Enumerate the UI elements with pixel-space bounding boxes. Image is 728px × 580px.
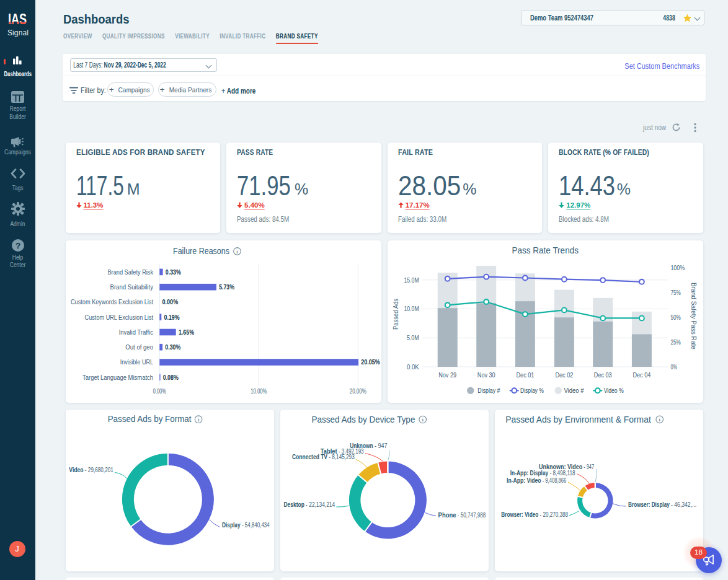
svg-text:20.05%: 20.05% [361,358,380,366]
svg-text:Target Language Mismatch: Target Language Mismatch [82,374,153,381]
svg-text:In-App: Display: In-App: Display [510,469,549,477]
svg-text:Display %: Display % [520,387,544,394]
svg-text:Dec 01: Dec 01 [516,371,534,379]
svg-text:100%: 100% [670,264,685,271]
svg-text:75%: 75% [670,289,680,296]
svg-text:- 29,680,201: - 29,680,201 [83,466,113,473]
svg-text:Invisible URL: Invisible URL [120,358,153,366]
svg-text:i: i [659,416,660,423]
svg-text:0.00%: 0.00% [153,387,166,395]
svg-text:Passed Ads by Environment & Fo: Passed Ads by Environment & Format [505,415,651,424]
svg-text:- 9,408,866: - 9,408,866 [541,477,566,484]
svg-text:Nov 30: Nov 30 [477,371,495,379]
svg-text:Browser: Video: Browser: Video [501,511,538,518]
svg-text:15.0M: 15.0M [404,276,419,284]
svg-text:Brand Safety Pass Rate: Brand Safety Pass Rate [690,283,698,349]
svg-text:10.0M: 10.0M [404,305,419,312]
svg-text:In-App: Video: In-App: Video [507,477,541,484]
svg-text:i: i [236,248,238,255]
svg-text:0.30%: 0.30% [165,343,181,351]
svg-text:0.33%: 0.33% [165,268,181,276]
svg-text:Video %: Video % [603,387,623,394]
svg-text:Pass Rate Trends: Pass Rate Trends [512,245,578,255]
svg-text:Out of geo: Out of geo [125,343,153,351]
svg-text:- 54,840,434: - 54,840,434 [240,521,269,529]
svg-text:Custom Keywords Exclusion List: Custom Keywords Exclusion List [71,298,153,305]
svg-text:Video #: Video # [564,387,584,394]
svg-text:Passed Ads by Device Type: Passed Ads by Device Type [311,415,415,424]
svg-text:i: i [422,416,424,423]
svg-text:Phone: Phone [438,511,456,519]
svg-text:- 8,498,118: - 8,498,118 [548,469,575,477]
svg-text:- 50,747,988: - 50,747,988 [456,511,486,519]
svg-text:0.00%: 0.00% [162,298,178,305]
svg-text:25%: 25% [670,338,680,346]
svg-text:50%: 50% [670,314,680,321]
svg-text:Display: Display [221,521,240,529]
svg-text:- 8,145,293: - 8,145,293 [327,453,355,460]
svg-text:0%: 0% [670,363,677,371]
svg-text:5.0M: 5.0M [407,334,419,341]
svg-text:0.08%: 0.08% [162,374,179,381]
svg-text:Brand Safety Risk: Brand Safety Risk [107,268,153,276]
svg-text:Dec 04: Dec 04 [633,371,650,379]
svg-text:Passed Ads by Format: Passed Ads by Format [107,414,191,424]
svg-text:0.0K: 0.0K [407,363,419,371]
svg-text:- 947: - 947 [373,442,387,449]
svg-text:- 947: - 947 [582,463,594,470]
svg-text:i: i [197,416,199,423]
svg-text:- 22,134,214: - 22,134,214 [304,501,334,508]
svg-text:- 46,342,...: - 46,342,... [669,501,696,508]
svg-text:0.19%: 0.19% [164,314,180,321]
svg-text:Nov 29: Nov 29 [438,371,456,379]
svg-text:Connected TV: Connected TV [292,453,327,460]
svg-text:Desktop: Desktop [283,501,304,508]
svg-text:10.00%: 10.00% [251,387,267,395]
svg-text:Browser: Display: Browser: Display [628,501,670,508]
svg-text:Passed Ads: Passed Ads [392,299,399,330]
svg-text:5.73%: 5.73% [219,283,234,291]
svg-text:Dec 02: Dec 02 [555,371,573,379]
svg-text:?: ? [15,240,20,250]
svg-text:Video: Video [69,466,83,473]
svg-text:1.65%: 1.65% [178,328,194,336]
svg-text:Failure Reasons: Failure Reasons [173,246,229,256]
svg-text:Brand Suitability: Brand Suitability [110,283,153,291]
svg-text:20.00%: 20.00% [349,387,366,395]
svg-text:Display #: Display # [477,387,500,394]
svg-text:- 20,270,388: - 20,270,388 [538,511,568,518]
svg-text:Custom URL Exclusion List: Custom URL Exclusion List [84,314,153,321]
svg-text:Dec 03: Dec 03 [594,371,612,379]
svg-text:Invalid Traffic: Invalid Traffic [118,328,153,336]
